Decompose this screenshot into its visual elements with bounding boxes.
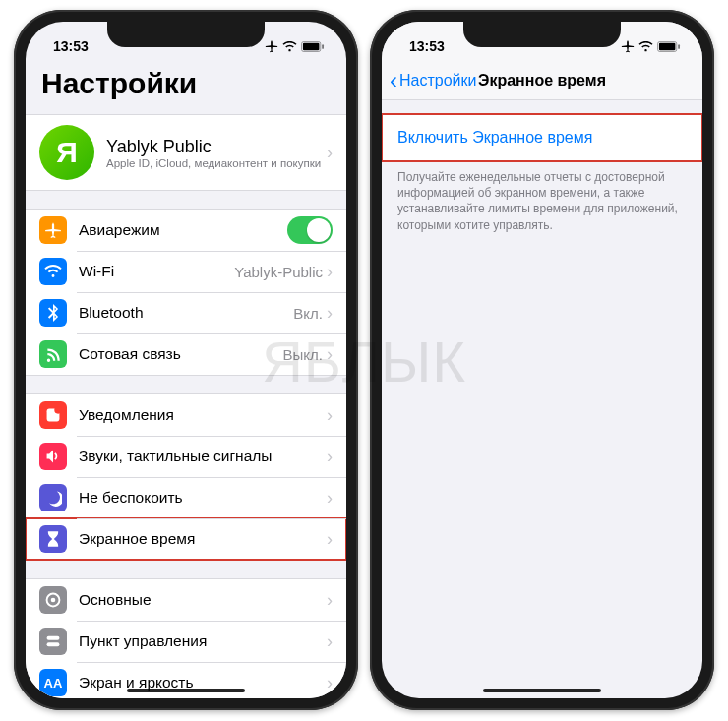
status-time: 13:53 xyxy=(409,38,445,54)
chevron-right-icon: › xyxy=(327,344,333,365)
gear-icon xyxy=(39,586,67,614)
chevron-right-icon: › xyxy=(327,529,333,550)
wifi-status-icon xyxy=(638,41,653,52)
screen-right: 13:53 ‹ Настройки Экранное время Включит… xyxy=(382,22,702,698)
chevron-right-icon: › xyxy=(327,405,333,426)
moon-icon xyxy=(39,484,67,511)
display-icon: AA xyxy=(39,669,67,696)
notch xyxy=(107,22,265,47)
svg-rect-2 xyxy=(322,44,324,49)
notch xyxy=(463,22,621,47)
general-label: Основные xyxy=(79,591,327,609)
bluetooth-label: Bluetooth xyxy=(79,304,293,322)
chevron-right-icon: › xyxy=(327,447,333,467)
chevron-right-icon: › xyxy=(327,262,333,282)
screentime-label: Экранное время xyxy=(79,530,327,548)
chevron-right-icon: › xyxy=(327,143,333,163)
chevron-right-icon: › xyxy=(327,673,333,693)
svg-rect-16 xyxy=(678,44,680,49)
airplane-label: Авиарежим xyxy=(79,221,287,239)
profile-group: Я Yablyk Public Apple ID, iCloud, медиак… xyxy=(26,114,346,191)
wifi-status-icon xyxy=(282,41,297,52)
svg-rect-8 xyxy=(47,642,60,646)
battery-status-icon xyxy=(301,41,325,52)
airplane-toggle[interactable] xyxy=(287,216,333,244)
svg-rect-7 xyxy=(47,636,60,640)
display-row[interactable]: AA Экран и яркость › xyxy=(26,662,346,698)
wifi-label: Wi-Fi xyxy=(79,263,234,280)
notifications-row[interactable]: Уведомления › xyxy=(26,394,346,436)
speaker-icon xyxy=(39,443,67,470)
svg-point-6 xyxy=(51,598,56,603)
general-row[interactable]: Основные › xyxy=(26,579,346,621)
wifi-row[interactable]: Wi-Fi Yablyk-Public › xyxy=(26,251,346,292)
home-indicator xyxy=(127,689,245,692)
phone-left: 13:53 Настройки Я Yablyk Public Apple ID… xyxy=(14,10,358,710)
chevron-right-icon: › xyxy=(327,631,333,652)
airplane-icon xyxy=(39,216,67,244)
screentime-row[interactable]: Экранное время › xyxy=(26,518,346,560)
cellular-value: Выкл. xyxy=(283,346,323,363)
controlcenter-row[interactable]: Пункт управления › xyxy=(26,621,346,662)
general-group: Основные › Пункт управления › AA Экран и… xyxy=(26,578,346,698)
home-indicator xyxy=(483,689,601,692)
status-time: 13:53 xyxy=(53,38,89,54)
connectivity-group: Авиарежим Wi-Fi Yablyk-Public › Bluetoot… xyxy=(26,209,346,376)
back-button[interactable]: ‹ Настройки xyxy=(390,69,476,92)
bluetooth-row[interactable]: Bluetooth Вкл. › xyxy=(26,292,346,333)
chevron-right-icon: › xyxy=(327,303,333,324)
bell-icon xyxy=(39,401,67,429)
screen-left: 13:53 Настройки Я Yablyk Public Apple ID… xyxy=(26,22,346,698)
notifications-group: Уведомления › Звуки, тактильные сигналы … xyxy=(26,393,346,561)
footer-description: Получайте еженедельные отчеты с достовер… xyxy=(382,161,702,233)
status-icons xyxy=(265,39,325,53)
controlcenter-label: Пункт управления xyxy=(79,632,327,650)
profile-name: Yablyk Public xyxy=(106,137,327,157)
svg-point-4 xyxy=(54,406,62,414)
cellular-icon xyxy=(39,340,67,368)
back-label: Настройки xyxy=(399,72,476,90)
page-title: Настройки xyxy=(26,61,346,110)
chevron-right-icon: › xyxy=(327,590,333,611)
apple-id-row[interactable]: Я Yablyk Public Apple ID, iCloud, медиак… xyxy=(26,115,346,190)
svg-rect-15 xyxy=(659,42,676,49)
bluetooth-value: Вкл. xyxy=(293,305,323,322)
dnd-row[interactable]: Не беспокоить › xyxy=(26,477,346,518)
hourglass-icon xyxy=(39,525,67,553)
enable-screentime-button[interactable]: Включить Экранное время xyxy=(382,114,702,161)
airplane-status-icon xyxy=(621,39,635,53)
sounds-label: Звуки, тактильные сигналы xyxy=(79,448,327,465)
wifi-icon xyxy=(39,258,67,285)
sounds-row[interactable]: Звуки, тактильные сигналы › xyxy=(26,436,346,477)
cellular-label: Сотовая связь xyxy=(79,345,283,363)
nav-bar: ‹ Настройки Экранное время xyxy=(382,61,702,100)
profile-sub: Apple ID, iCloud, медиаконтент и покупки xyxy=(106,157,327,169)
wifi-value: Yablyk-Public xyxy=(234,264,323,280)
toggles-icon xyxy=(39,628,67,655)
phone-right: 13:53 ‹ Настройки Экранное время Включит… xyxy=(370,10,714,710)
svg-rect-1 xyxy=(303,42,320,49)
notifications-label: Уведомления xyxy=(79,406,327,424)
bluetooth-icon xyxy=(39,299,67,327)
airplane-row[interactable]: Авиарежим xyxy=(26,210,346,251)
dnd-label: Не беспокоить xyxy=(79,489,327,507)
battery-status-icon xyxy=(657,41,681,52)
nav-title: Экранное время xyxy=(478,72,606,90)
avatar: Я xyxy=(39,125,94,180)
cellular-row[interactable]: Сотовая связь Выкл. › xyxy=(26,333,346,375)
status-icons xyxy=(621,39,681,53)
chevron-right-icon: › xyxy=(327,488,333,509)
chevron-left-icon: ‹ xyxy=(390,69,397,92)
airplane-status-icon xyxy=(265,39,278,53)
